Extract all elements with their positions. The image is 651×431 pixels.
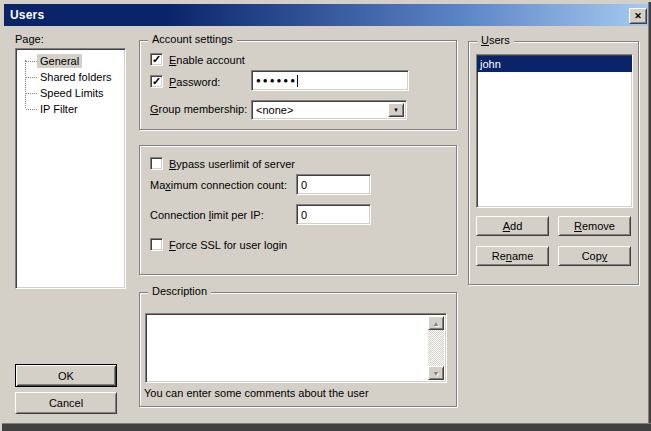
password-input[interactable]: ●●●●●● (251, 70, 409, 91)
users-dialog: Users ✕ Page: General Shared folders Spe… (0, 0, 651, 431)
tree-item-general[interactable]: General (16, 53, 125, 69)
add-button-label: Add (503, 220, 523, 232)
tree-item-shared-folders[interactable]: Shared folders (16, 69, 125, 85)
rename-button[interactable]: Rename (476, 246, 549, 266)
enable-account-label: Enable account (169, 54, 245, 66)
group-membership-label: Group membership: (150, 103, 247, 115)
bypass-userlimit-row: Bypass userlimit of server (150, 157, 295, 170)
enable-account-checkbox[interactable]: ✓ (150, 53, 163, 66)
page-label: Page: (15, 33, 44, 45)
scrollbar-track[interactable] (428, 330, 444, 366)
password-value: ●●●●●● (256, 76, 297, 85)
password-checkbox[interactable]: ✓ (150, 75, 163, 88)
check-icon: ✓ (152, 76, 161, 86)
users-caption: Users (477, 34, 514, 47)
ok-button[interactable]: OK (15, 364, 117, 387)
max-connection-value: 0 (301, 179, 307, 191)
dropdown-button[interactable]: ▼ (388, 103, 404, 117)
password-label: Password: (169, 76, 220, 88)
description-textarea[interactable]: ▲ ▼ (145, 313, 447, 383)
enable-account-row: ✓ Enable account (150, 53, 245, 66)
tree-connector (26, 61, 37, 62)
close-icon: ✕ (634, 11, 642, 21)
group-membership-value: <none> (256, 104, 293, 116)
rename-button-label: Rename (492, 250, 534, 262)
tree-item-label: Shared folders (37, 70, 115, 84)
vertical-scrollbar[interactable]: ▲ ▼ (428, 316, 444, 380)
cancel-button[interactable]: Cancel (15, 392, 117, 414)
user-list-item[interactable]: john (477, 56, 632, 72)
copy-button-label: Copy (582, 250, 608, 262)
chevron-down-icon: ▼ (393, 107, 399, 113)
group-title: Description (152, 285, 207, 297)
force-ssl-checkbox[interactable] (150, 238, 163, 251)
ok-button-label: OK (58, 370, 74, 382)
limits-group: Bypass userlimit of server Maximum conne… (139, 145, 457, 275)
tree-connector (26, 93, 37, 94)
close-button[interactable]: ✕ (629, 8, 647, 24)
remove-button[interactable]: Remove (558, 216, 631, 236)
window-title: Users (10, 8, 44, 22)
copy-button[interactable]: Copy (558, 246, 631, 266)
add-button[interactable]: Add (476, 216, 549, 236)
check-icon: ✓ (152, 54, 161, 64)
account-settings-group: Account settings ✓ Enable account ✓ Pass… (139, 40, 457, 130)
text-caret (297, 75, 298, 87)
scroll-up-icon: ▲ (433, 320, 440, 327)
force-ssl-row: Force SSL for user login (150, 238, 287, 251)
tree-item-ip-filter[interactable]: IP Filter (16, 101, 125, 117)
bypass-userlimit-label: Bypass userlimit of server (169, 158, 295, 170)
users-list: john (476, 54, 633, 208)
group-membership-select[interactable]: <none> ▼ (251, 100, 407, 120)
remove-button-label: Remove (574, 220, 615, 232)
window-border-bottom (2, 423, 651, 431)
connection-per-ip-value: 0 (301, 209, 307, 221)
scroll-down-button[interactable]: ▼ (428, 366, 444, 380)
connection-per-ip-label: Connection limit per IP: (150, 209, 264, 221)
tree-item-label: IP Filter (37, 102, 81, 116)
group-title: Users (481, 34, 510, 46)
description-group: Description ▲ ▼ You can enter some comme… (139, 292, 457, 407)
scroll-down-icon: ▼ (433, 370, 440, 377)
max-connection-label: Maximum connection count: (150, 179, 287, 191)
connection-per-ip-input[interactable]: 0 (296, 204, 371, 225)
description-hint: You can enter some comments about the us… (144, 387, 369, 399)
scroll-up-button[interactable]: ▲ (428, 316, 444, 330)
force-ssl-label: Force SSL for user login (169, 239, 287, 251)
users-group: Users john Add Remove Rename Copy (468, 41, 639, 285)
password-row: ✓ Password: (150, 75, 220, 88)
cancel-button-label: Cancel (49, 397, 83, 409)
title-bar[interactable]: Users (4, 4, 649, 26)
user-name: john (480, 58, 501, 70)
account-settings-caption: Account settings (148, 33, 237, 46)
tree-item-label: Speed Limits (37, 86, 107, 100)
max-connection-input[interactable]: 0 (296, 174, 371, 195)
group-title: Account settings (152, 33, 233, 45)
tree-connector (26, 109, 37, 110)
description-caption: Description (148, 285, 211, 298)
tree-item-label: General (37, 54, 82, 68)
tree-item-speed-limits[interactable]: Speed Limits (16, 85, 125, 101)
page-tree: General Shared folders Speed Limits IP F… (15, 48, 126, 289)
bypass-userlimit-checkbox[interactable] (150, 157, 163, 170)
tree-connector (26, 77, 37, 78)
